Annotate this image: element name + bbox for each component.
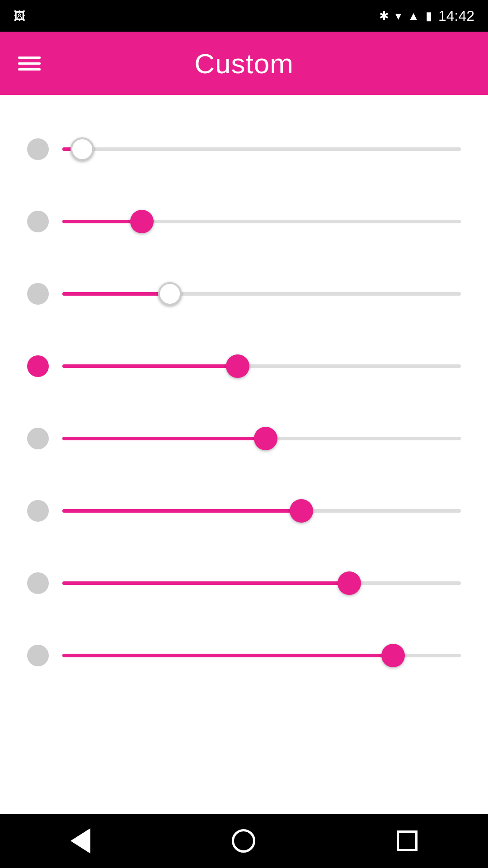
- status-bar-left: 🖼: [14, 9, 25, 23]
- recents-icon: [397, 830, 418, 851]
- slider-thumb[interactable]: [381, 644, 405, 667]
- slider-thumb[interactable]: [70, 137, 94, 161]
- back-button[interactable]: [70, 828, 90, 854]
- menu-button[interactable]: [18, 57, 41, 71]
- app-bar: Custom: [0, 32, 488, 95]
- slider-thumb[interactable]: [226, 354, 249, 378]
- slider-2[interactable]: [62, 220, 461, 223]
- battery-icon: ▮: [426, 9, 432, 23]
- slider-5[interactable]: [62, 437, 461, 440]
- slider-6[interactable]: [62, 509, 461, 513]
- status-bar: 🖼 ✱ ▾ ▲ ▮ 14:42: [0, 0, 488, 32]
- slider-track-fill: [62, 437, 266, 440]
- menu-line-3: [18, 68, 41, 71]
- slider-row: [27, 475, 461, 547]
- slider-thumb[interactable]: [290, 499, 313, 523]
- slider-row: [27, 619, 461, 692]
- slider-track-bg: [62, 147, 461, 151]
- slider-thumb[interactable]: [338, 571, 361, 595]
- indicator-dot: [27, 211, 49, 232]
- page-title: Custom: [194, 47, 294, 80]
- slider-thumb[interactable]: [158, 282, 182, 306]
- indicator-dot: [27, 500, 49, 522]
- slider-track-fill: [62, 581, 349, 585]
- slider-row: [27, 185, 461, 258]
- status-bar-right: ✱ ▾ ▲ ▮ 14:42: [379, 8, 474, 24]
- home-icon: [232, 829, 255, 853]
- slider-track-fill: [62, 364, 238, 368]
- slider-3[interactable]: [62, 292, 461, 296]
- bluetooth-icon: ✱: [379, 9, 389, 23]
- menu-line-1: [18, 57, 41, 59]
- slider-track-fill: [62, 509, 301, 513]
- slider-track-fill: [62, 654, 393, 657]
- indicator-dot: [27, 138, 49, 160]
- slider-track-fill: [62, 292, 170, 296]
- slider-4[interactable]: [62, 364, 461, 368]
- signal-icon: ▲: [408, 9, 419, 23]
- slider-1[interactable]: [62, 147, 461, 151]
- indicator-dot: [27, 283, 49, 305]
- back-icon: [70, 828, 90, 854]
- menu-line-2: [18, 62, 41, 65]
- wifi-icon: ▾: [395, 9, 401, 23]
- home-button[interactable]: [232, 829, 255, 853]
- indicator-dot: [27, 428, 49, 449]
- indicator-dot: [27, 645, 49, 666]
- slider-row: [27, 402, 461, 475]
- slider-row: [27, 547, 461, 619]
- indicator-dot: [27, 572, 49, 594]
- main-content: [0, 95, 488, 814]
- status-time: 14:42: [438, 8, 474, 24]
- slider-row: [27, 258, 461, 330]
- recents-button[interactable]: [397, 830, 418, 851]
- indicator-dot: [27, 355, 49, 377]
- slider-row: [27, 330, 461, 402]
- slider-row: [27, 113, 461, 185]
- slider-thumb[interactable]: [130, 210, 154, 233]
- bottom-nav: [0, 814, 488, 868]
- slider-7[interactable]: [62, 581, 461, 585]
- photo-icon: 🖼: [14, 9, 25, 23]
- slider-thumb[interactable]: [254, 427, 277, 450]
- slider-8[interactable]: [62, 654, 461, 657]
